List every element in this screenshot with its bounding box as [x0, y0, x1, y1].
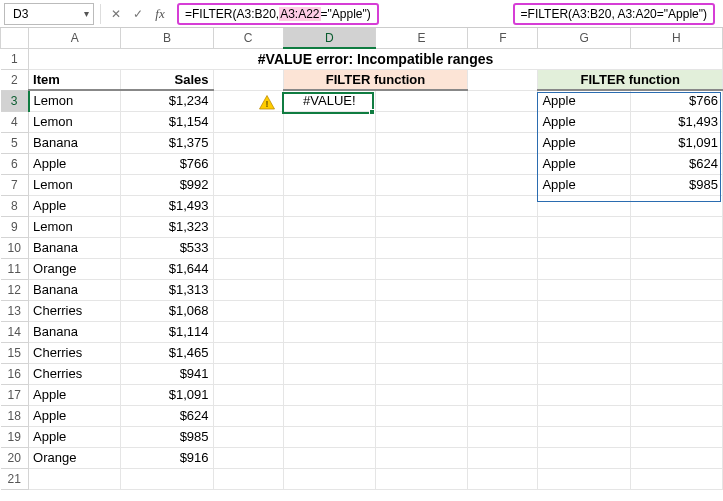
filtered-sales[interactable]: $1,091: [630, 132, 722, 153]
table-cell-item[interactable]: Cherries: [29, 300, 121, 321]
filtered-item[interactable]: Apple: [538, 153, 630, 174]
cell[interactable]: [538, 363, 630, 384]
table-cell-sales[interactable]: $1,154: [121, 111, 213, 132]
table-cell-sales[interactable]: $1,465: [121, 342, 213, 363]
cell[interactable]: [538, 321, 630, 342]
cell[interactable]: [213, 111, 283, 132]
cell[interactable]: [468, 468, 538, 489]
cell[interactable]: [376, 300, 468, 321]
cell[interactable]: [538, 342, 630, 363]
row-header[interactable]: 8: [1, 195, 29, 216]
cell[interactable]: [376, 447, 468, 468]
cell[interactable]: [283, 384, 375, 405]
row-header[interactable]: 4: [1, 111, 29, 132]
header-sales[interactable]: Sales: [121, 69, 213, 90]
cell[interactable]: [376, 258, 468, 279]
cell[interactable]: [630, 363, 722, 384]
cell[interactable]: [376, 321, 468, 342]
cell[interactable]: [538, 300, 630, 321]
cell[interactable]: [376, 195, 468, 216]
cell[interactable]: [468, 216, 538, 237]
col-header-A[interactable]: A: [29, 28, 121, 48]
row-header[interactable]: 18: [1, 405, 29, 426]
cell[interactable]: [283, 426, 375, 447]
cell[interactable]: [468, 237, 538, 258]
cell[interactable]: [630, 468, 722, 489]
cell[interactable]: [376, 363, 468, 384]
table-cell-item[interactable]: Cherries: [29, 363, 121, 384]
cell[interactable]: [283, 132, 375, 153]
table-cell-item[interactable]: Banana: [29, 279, 121, 300]
filtered-sales[interactable]: $766: [630, 90, 722, 111]
row-header[interactable]: 1: [1, 48, 29, 69]
cell[interactable]: [283, 363, 375, 384]
row-header[interactable]: 10: [1, 237, 29, 258]
cell[interactable]: [376, 237, 468, 258]
chevron-down-icon[interactable]: ▾: [84, 8, 89, 19]
cell[interactable]: [213, 258, 283, 279]
table-cell-item[interactable]: Apple: [29, 153, 121, 174]
cell[interactable]: [283, 468, 375, 489]
cell[interactable]: [213, 174, 283, 195]
cell[interactable]: [376, 405, 468, 426]
cell[interactable]: [538, 426, 630, 447]
cell[interactable]: [468, 90, 538, 111]
row-header[interactable]: 14: [1, 321, 29, 342]
cell[interactable]: [468, 195, 538, 216]
cell[interactable]: [283, 216, 375, 237]
cell[interactable]: [538, 279, 630, 300]
cell[interactable]: [468, 363, 538, 384]
table-cell-sales[interactable]: $1,114: [121, 321, 213, 342]
table-cell-item[interactable]: Lemon: [29, 111, 121, 132]
filtered-item[interactable]: Apple: [538, 132, 630, 153]
cell[interactable]: [283, 447, 375, 468]
row-header[interactable]: 17: [1, 384, 29, 405]
cell[interactable]: [213, 153, 283, 174]
cell[interactable]: [468, 69, 538, 90]
cell[interactable]: [283, 258, 375, 279]
table-cell-item[interactable]: Orange: [29, 447, 121, 468]
filtered-sales[interactable]: $1,493: [630, 111, 722, 132]
cell[interactable]: [376, 342, 468, 363]
cell[interactable]: [213, 405, 283, 426]
cell[interactable]: [283, 321, 375, 342]
cell[interactable]: [630, 384, 722, 405]
cell[interactable]: [283, 279, 375, 300]
col-header-H[interactable]: H: [630, 28, 722, 48]
table-cell-item[interactable]: Cherries: [29, 342, 121, 363]
table-cell-item[interactable]: Banana: [29, 321, 121, 342]
table-cell-sales[interactable]: $1,234: [121, 90, 213, 111]
cell[interactable]: [213, 195, 283, 216]
row-header[interactable]: 2: [1, 69, 29, 90]
cell[interactable]: [468, 447, 538, 468]
col-header-C[interactable]: C: [213, 28, 283, 48]
cancel-icon[interactable]: ✕: [107, 4, 125, 24]
cell[interactable]: [213, 426, 283, 447]
cell[interactable]: [468, 258, 538, 279]
cell[interactable]: [376, 174, 468, 195]
table-cell-item[interactable]: Banana: [29, 237, 121, 258]
table-cell-item[interactable]: Lemon: [29, 174, 121, 195]
table-cell-item[interactable]: Orange: [29, 258, 121, 279]
header-item[interactable]: Item: [29, 69, 121, 90]
cell[interactable]: [283, 195, 375, 216]
cell[interactable]: [213, 363, 283, 384]
value-error-cell[interactable]: #VALUE!: [283, 90, 375, 111]
cell[interactable]: [538, 468, 630, 489]
cell[interactable]: [630, 405, 722, 426]
filtered-item[interactable]: Apple: [538, 90, 630, 111]
cell[interactable]: [376, 279, 468, 300]
cell[interactable]: [121, 468, 213, 489]
table-cell-sales[interactable]: $916: [121, 447, 213, 468]
cell[interactable]: [468, 384, 538, 405]
cell[interactable]: [376, 426, 468, 447]
cell[interactable]: [213, 237, 283, 258]
confirm-icon[interactable]: ✓: [129, 4, 147, 24]
cell[interactable]: [538, 447, 630, 468]
cell[interactable]: [283, 300, 375, 321]
cell[interactable]: [468, 153, 538, 174]
table-cell-sales[interactable]: $1,493: [121, 195, 213, 216]
cell[interactable]: [538, 216, 630, 237]
table-cell-item[interactable]: Apple: [29, 384, 121, 405]
cell[interactable]: [283, 237, 375, 258]
